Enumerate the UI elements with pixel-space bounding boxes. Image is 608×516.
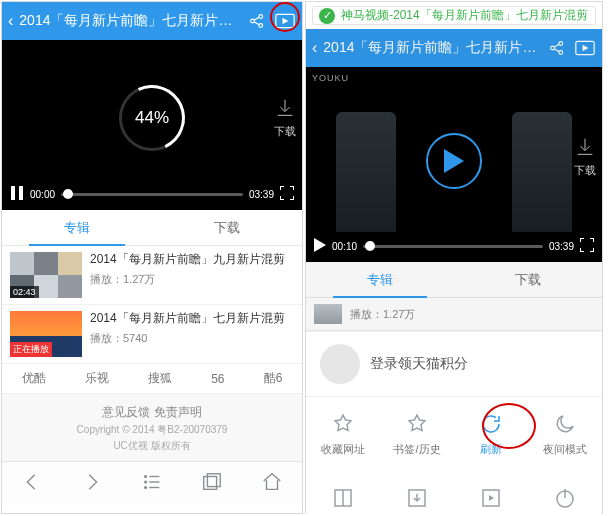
footer-brand: UC优视 版权所有	[2, 439, 302, 453]
source-tab[interactable]: 搜狐	[148, 370, 172, 387]
profile-row[interactable]: 登录领天猫积分	[306, 332, 602, 397]
video-controls: 00:10 03:39	[306, 230, 602, 262]
playlist-icon[interactable]	[574, 37, 596, 59]
source-tab[interactable]: 乐视	[85, 370, 109, 387]
menu-grid: 收藏网址 书签/历史 刷新 夜间模式 小说书架 下载/应用 我的视频 退出	[306, 397, 602, 516]
security-pill[interactable]: ✓ 神马视频-2014「每月新片前瞻」七月新片混剪	[312, 6, 596, 25]
tab-download[interactable]: 下载	[152, 210, 302, 245]
source-tab[interactable]: 56	[211, 372, 224, 386]
check-icon: ✓	[319, 8, 335, 24]
svg-marker-6	[283, 18, 289, 25]
menu-night[interactable]: 夜间模式	[528, 397, 602, 471]
nav-back-icon[interactable]	[21, 471, 43, 496]
svg-line-3	[254, 17, 259, 20]
header-title: 2014「每月新片前瞻」七月新片…	[323, 39, 540, 57]
buffering-ring: 44%	[119, 85, 185, 151]
nav-home-icon[interactable]	[261, 471, 283, 496]
duration-badge: 02:43	[10, 286, 39, 298]
footer-copyright: Copyright © 2014 粤B2-20070379	[2, 423, 302, 437]
time-current: 00:00	[30, 189, 55, 200]
play-icon[interactable]	[314, 238, 326, 254]
source-tabs: 优酷 乐视 搜狐 56 酷6	[2, 364, 302, 394]
video-surface[interactable]: 44% 下载 00:00 03:39	[2, 40, 302, 210]
seek-bar[interactable]	[363, 245, 543, 248]
menu-my-videos[interactable]: 我的视频	[454, 471, 528, 516]
svg-point-2	[259, 24, 263, 28]
menu-favorites[interactable]: 收藏网址	[306, 397, 380, 471]
fullscreen-icon[interactable]	[580, 238, 594, 254]
list-item[interactable]: 播放：1.27万	[306, 298, 602, 331]
svg-line-21	[554, 49, 559, 52]
share-icon[interactable]	[546, 37, 568, 59]
video-controls: 00:00 03:39	[2, 178, 302, 210]
source-tab[interactable]: 优酷	[22, 370, 46, 387]
menu-refresh[interactable]: 刷新	[454, 397, 528, 471]
tab-album[interactable]: 专辑	[2, 210, 152, 245]
nav-forward-icon[interactable]	[81, 471, 103, 496]
download-side-button[interactable]: 下载	[274, 97, 296, 139]
menu-exit[interactable]: 退出	[528, 471, 602, 516]
header-title: 2014「每月新片前瞻」七月新片…	[19, 12, 240, 30]
svg-line-4	[254, 22, 259, 25]
thumbnail: 正在播放	[10, 311, 82, 357]
back-icon[interactable]: ‹	[8, 12, 13, 30]
download-label: 下载	[274, 124, 296, 139]
time-current: 00:10	[332, 241, 357, 252]
pill-text: 神马视频-2014「每月新片前瞻」七月新片混剪	[341, 7, 588, 24]
time-duration: 03:39	[249, 189, 274, 200]
item-sub: 播放：1.27万	[90, 272, 285, 287]
svg-marker-30	[489, 495, 494, 501]
tab-download[interactable]: 下载	[454, 262, 602, 297]
thumbnail: 02:43	[10, 252, 82, 298]
item-sub: 播放：1.27万	[350, 307, 415, 322]
svg-point-13	[145, 487, 147, 489]
nav-tabs-icon[interactable]	[201, 471, 223, 496]
phone-left: ‹ 2014「每月新片前瞻」七月新片… 44% 下载 00:00	[1, 1, 303, 514]
watermark: YOUKU	[312, 73, 349, 83]
thumbnail	[314, 304, 342, 324]
footer-links[interactable]: 意见反馈 免责声明	[2, 404, 302, 421]
playlist-icon[interactable]	[274, 10, 296, 32]
svg-rect-7	[11, 186, 15, 200]
share-icon[interactable]	[246, 10, 268, 32]
item-title: 2014「每月新片前瞻」九月新片混剪	[90, 252, 285, 268]
play-button[interactable]	[426, 133, 482, 189]
svg-point-11	[145, 481, 147, 483]
svg-marker-25	[314, 238, 326, 252]
svg-point-19	[559, 51, 563, 55]
menu-panel: 登录领天猫积分 收藏网址 书签/历史 刷新 夜间模式 小说书架 下载/应用 我的…	[306, 331, 602, 516]
episode-list: 02:43 2014「每月新片前瞻」九月新片混剪 播放：1.27万 正在播放 2…	[2, 246, 302, 364]
content-tabs: 专辑 下载	[306, 262, 602, 298]
download-side-button[interactable]: 下载	[574, 136, 596, 178]
menu-downloads[interactable]: 下载/应用	[380, 471, 454, 516]
video-header: ‹ 2014「每月新片前瞻」七月新片…	[2, 2, 302, 40]
video-header: ‹ 2014「每月新片前瞻」七月新片…	[306, 29, 602, 67]
video-surface[interactable]: YOUKU 下载 00:10 03:39	[306, 67, 602, 262]
menu-bookmarks[interactable]: 书签/历史	[380, 397, 454, 471]
svg-point-0	[251, 19, 255, 23]
content-tabs: 专辑 下载	[2, 210, 302, 246]
now-playing-badge: 正在播放	[10, 342, 52, 357]
seek-bar[interactable]	[61, 193, 243, 196]
item-sub: 播放：5740	[90, 331, 285, 346]
svg-point-9	[145, 476, 147, 478]
phone-right: ✓ 神马视频-2014「每月新片前瞻」七月新片混剪 ‹ 2014「每月新片前瞻」…	[305, 1, 603, 514]
page-footer: 意见反馈 免责声明 Copyright © 2014 粤B2-20070379 …	[2, 394, 302, 461]
fullscreen-icon[interactable]	[280, 186, 294, 202]
pause-icon[interactable]	[10, 186, 24, 202]
svg-rect-15	[204, 477, 217, 490]
svg-marker-23	[583, 45, 589, 52]
back-icon[interactable]: ‹	[312, 39, 317, 57]
svg-rect-16	[207, 474, 220, 487]
nav-menu-icon[interactable]	[141, 471, 163, 496]
profile-text: 登录领天猫积分	[370, 355, 468, 373]
source-tab[interactable]: 酷6	[264, 370, 283, 387]
list-item[interactable]: 02:43 2014「每月新片前瞻」九月新片混剪 播放：1.27万	[2, 246, 302, 305]
download-label: 下载	[574, 163, 596, 178]
svg-rect-8	[19, 186, 23, 200]
svg-point-17	[551, 46, 555, 50]
tab-album[interactable]: 专辑	[306, 262, 454, 297]
list-item[interactable]: 正在播放 2014「每月新片前瞻」七月新片混剪 播放：5740	[2, 305, 302, 364]
svg-point-1	[259, 15, 263, 19]
menu-novels[interactable]: 小说书架	[306, 471, 380, 516]
